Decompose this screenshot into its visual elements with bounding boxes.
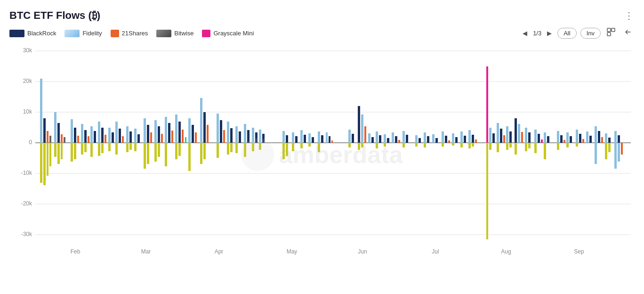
svg-rect-105 [227,122,229,143]
svg-rect-162 [415,135,418,143]
svg-rect-109 [235,126,238,143]
svg-rect-103 [223,130,225,143]
svg-text:Sep: Sep [574,248,584,255]
svg-rect-89 [185,137,186,143]
svg-rect-41 [74,128,76,143]
svg-rect-191 [500,129,502,143]
svg-rect-140 [348,130,351,143]
next-button[interactable]: ▶ [545,29,554,38]
svg-rect-120 [259,143,261,150]
prev-button[interactable]: ◀ [521,29,529,38]
svg-rect-106 [230,128,233,143]
svg-rect-219 [566,143,569,147]
svg-rect-232 [605,143,607,159]
main-chart-svg: 30k 20k 10k 0 -10k -20k -30k Feb Mar Apr… [9,44,635,265]
svg-rect-25 [40,79,42,143]
svg-rect-129 [304,135,306,143]
svg-rect-60 [108,143,111,151]
svg-rect-39 [61,143,63,159]
legend-item-grayscale-mini: Grayscale Mini [202,30,254,37]
svg-rect-114 [244,143,246,157]
svg-text:-20k: -20k [21,200,32,207]
svg-rect-202 [525,128,527,143]
svg-rect-168 [432,134,435,143]
svg-text:Apr: Apr [215,248,224,255]
svg-rect-151 [379,135,381,143]
svg-rect-131 [308,133,311,143]
svg-rect-121 [282,131,285,143]
svg-rect-86 [175,114,177,143]
svg-rect-137 [326,132,328,143]
svg-rect-150 [376,131,378,143]
svg-rect-214 [560,135,563,143]
svg-rect-187 [492,133,495,143]
svg-rect-165 [424,132,426,143]
svg-rect-110 [239,131,241,143]
svg-rect-53 [98,122,100,143]
svg-rect-126 [295,136,298,143]
legend-item-21shares: 21Shares [111,30,148,37]
more-icon[interactable]: ⋮ [624,10,635,21]
svg-rect-144 [361,114,363,143]
svg-rect-123 [282,143,285,159]
svg-rect-40 [71,119,73,143]
legend-label-blackrock: BlackRock [27,30,56,37]
svg-rect-172 [448,140,450,143]
svg-rect-34 [57,123,60,143]
svg-text:20k: 20k [23,78,32,84]
back-button[interactable] [621,26,635,40]
svg-rect-211 [547,136,549,143]
svg-rect-183 [468,143,471,148]
svg-rect-175 [455,137,458,143]
svg-rect-236 [614,143,617,169]
svg-rect-90 [175,143,177,159]
legend-swatch-blackrock [9,30,24,37]
svg-rect-203 [528,132,531,143]
svg-rect-30 [43,143,46,185]
svg-rect-170 [442,131,444,143]
svg-rect-99 [200,143,202,164]
svg-rect-222 [582,139,584,143]
svg-rect-156 [392,132,394,143]
svg-rect-237 [618,143,620,162]
svg-rect-224 [586,131,588,143]
svg-rect-209 [534,143,537,153]
svg-text:Feb: Feb [71,248,80,255]
svg-rect-201 [515,143,517,155]
controls-right: ◀ 1/3 ▶ All Inv [521,26,635,40]
svg-rect-155 [384,143,386,147]
svg-rect-82 [165,117,167,143]
svg-rect-96 [200,98,202,143]
svg-rect-161 [402,143,405,147]
svg-text:10k: 10k [23,108,32,115]
legend-label-fidelity: Fidelity [82,30,102,37]
svg-rect-59 [112,132,114,143]
svg-rect-81 [158,143,160,157]
svg-rect-145 [364,126,366,143]
svg-rect-35 [61,134,63,143]
svg-rect-132 [312,137,314,143]
svg-rect-171 [445,136,447,143]
legend-swatch-grayscale-mini [202,30,210,37]
svg-rect-100 [203,143,206,159]
expand-button[interactable] [604,26,618,40]
svg-rect-212 [544,143,546,159]
svg-rect-75 [144,143,146,169]
svg-rect-116 [255,132,258,143]
svg-rect-76 [147,143,149,164]
all-button[interactable]: All [557,28,576,39]
svg-text:-30k: -30k [21,231,32,237]
svg-rect-78 [158,126,160,143]
svg-rect-71 [134,143,137,151]
svg-rect-159 [402,131,405,143]
svg-rect-173 [442,143,444,147]
svg-rect-164 [415,143,418,147]
legend-label-21shares: 21Shares [122,30,148,37]
svg-rect-51 [94,131,96,143]
svg-rect-44 [74,143,76,159]
svg-rect-178 [464,136,466,143]
legend-item-bitwise: Bitwise [156,30,193,37]
inv-button[interactable]: Inv [580,28,601,39]
svg-rect-176 [452,143,454,146]
svg-rect-229 [595,143,597,164]
